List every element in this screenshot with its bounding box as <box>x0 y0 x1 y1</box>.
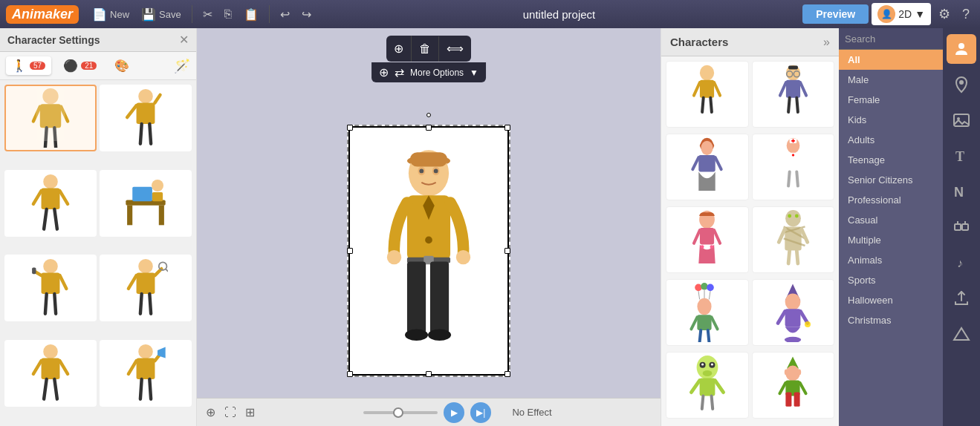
char-businessman[interactable] <box>666 61 749 128</box>
filter-item-christmas[interactable]: Christmas <box>839 310 943 330</box>
tab-colors[interactable]: 🎨 <box>108 56 135 75</box>
pose-thumb-phone[interactable] <box>4 255 97 321</box>
svg-rect-6 <box>36 88 65 141</box>
close-icon[interactable]: ✕ <box>179 33 189 47</box>
expand-button[interactable]: ⛶ <box>224 406 236 419</box>
svg-line-128 <box>691 317 697 329</box>
preview-button[interactable]: Preview <box>802 4 869 24</box>
help-button[interactable]: ? <box>958 7 974 22</box>
background-tool-button[interactable] <box>947 319 976 349</box>
target-small-icon[interactable]: ⊕ <box>379 65 389 79</box>
undo-button[interactable]: ↩ <box>276 5 294 24</box>
step-forward-button[interactable]: ▶| <box>470 402 491 423</box>
pose-thumb-magnify[interactable] <box>100 255 192 321</box>
char-elf[interactable] <box>752 352 835 419</box>
handle-bc[interactable] <box>426 371 432 377</box>
svg-line-123 <box>698 291 700 299</box>
character-tool-button[interactable] <box>947 34 976 64</box>
char-girl[interactable] <box>666 206 749 273</box>
svg-point-107 <box>701 245 704 249</box>
svg-rect-155 <box>786 393 792 407</box>
upload-tool-button[interactable] <box>947 284 976 313</box>
grid-button[interactable]: ⊞ <box>245 405 255 419</box>
filter-item-adults[interactable]: Adults <box>839 130 943 150</box>
filter-item-kids[interactable]: Kids <box>839 110 943 130</box>
char-mummy[interactable] <box>752 206 835 273</box>
location-tool-button[interactable] <box>947 70 976 99</box>
handle-bl[interactable] <box>347 371 353 377</box>
gear-button[interactable]: ⚙ <box>934 6 955 22</box>
redo-button[interactable]: ↪ <box>297 5 316 24</box>
char-alien[interactable] <box>666 352 749 419</box>
pose-thumb[interactable] <box>100 85 192 151</box>
search-input[interactable] <box>845 33 943 45</box>
filter-item-multiple[interactable]: Multiple <box>839 230 943 250</box>
character-poses-grid <box>0 80 196 426</box>
more-options-label[interactable]: More Options <box>410 68 464 78</box>
pose-thumb[interactable] <box>4 170 97 237</box>
handle-ml[interactable] <box>347 248 353 254</box>
timeline-bar: ▶ ▶| No Effect <box>264 402 652 423</box>
filter-item-halloween[interactable]: Halloween <box>839 290 943 310</box>
svg-point-69 <box>425 237 432 244</box>
handle-tc[interactable] <box>426 125 432 131</box>
new-button[interactable]: 📄 New <box>88 5 134 24</box>
pose-thumb[interactable] <box>4 340 97 407</box>
svg-point-66 <box>428 330 451 341</box>
handle-mr[interactable] <box>504 248 510 254</box>
wand-icon[interactable]: 🪄 <box>174 58 190 74</box>
svg-line-38 <box>140 294 142 314</box>
tab-objects[interactable]: ⚫ 21 <box>57 56 103 75</box>
logo[interactable]: Animaker <box>6 5 79 24</box>
char-nerd[interactable] <box>752 61 835 128</box>
svg-point-138 <box>785 337 801 342</box>
image-tool-button[interactable] <box>947 105 976 135</box>
svg-point-126 <box>697 298 711 315</box>
filter-item-animals[interactable]: Animals <box>839 250 943 270</box>
char-nurse[interactable] <box>752 134 835 200</box>
char-boy-balloons[interactable] <box>666 279 749 346</box>
text-tool-button[interactable]: T <box>947 141 976 171</box>
filter-item-sports[interactable]: Sports <box>839 270 943 290</box>
paste-button[interactable]: 📋 <box>239 5 263 24</box>
cut-button[interactable]: ✂ <box>198 5 217 24</box>
music-tool-button[interactable]: ♪ <box>947 248 976 278</box>
dropdown-arrow-icon[interactable]: ▼ <box>470 68 478 78</box>
delete-icon-button[interactable]: 🗑 <box>412 36 439 62</box>
effects-tool-button[interactable] <box>947 212 976 242</box>
target-icon-button[interactable]: ⊕ <box>386 36 412 62</box>
svg-line-51 <box>140 379 142 399</box>
char-businesswoman[interactable] <box>666 134 749 200</box>
mode-select[interactable]: 👤 2D ▼ <box>872 3 931 25</box>
handle-br[interactable] <box>504 371 510 377</box>
filter-item-teenage[interactable]: Teenage <box>839 150 943 170</box>
char-wizard[interactable] <box>752 279 835 346</box>
svg-rect-24 <box>152 191 163 200</box>
zoom-slider[interactable] <box>363 411 438 414</box>
filter-item-senior[interactable]: Senior Citizens <box>839 170 943 190</box>
rotate-handle[interactable] <box>426 113 431 117</box>
pose-thumb-announce[interactable] <box>100 340 192 407</box>
play-button[interactable]: ▶ <box>444 402 464 423</box>
expand-icon[interactable]: » <box>823 36 830 49</box>
save-button[interactable]: 💾 Save <box>137 5 186 24</box>
filter-item-casual[interactable]: Casual <box>839 210 943 230</box>
zoom-thumb[interactable] <box>393 407 403 418</box>
flip-icon-button[interactable]: ⟺ <box>439 36 471 62</box>
swap-icon[interactable]: ⇄ <box>395 65 404 79</box>
ntext-tool-button[interactable]: N <box>947 177 976 206</box>
pose-thumb[interactable] <box>4 85 97 151</box>
handle-tr[interactable] <box>504 125 510 131</box>
svg-line-105 <box>694 230 700 243</box>
filter-item-all[interactable]: All <box>839 50 943 70</box>
tab-poses[interactable]: 🚶 57 <box>6 56 51 75</box>
handle-tl[interactable] <box>347 125 353 131</box>
copy-button[interactable]: ⎘ <box>220 5 236 23</box>
filter-item-male[interactable]: Male <box>839 70 943 90</box>
crosshair-button[interactable]: ⊕ <box>206 405 215 419</box>
svg-line-29 <box>59 275 66 289</box>
pose-thumb-desk[interactable] <box>100 170 192 237</box>
canvas[interactable] <box>347 125 510 377</box>
filter-item-professional[interactable]: Professional <box>839 190 943 210</box>
filter-item-female[interactable]: Female <box>839 90 943 110</box>
